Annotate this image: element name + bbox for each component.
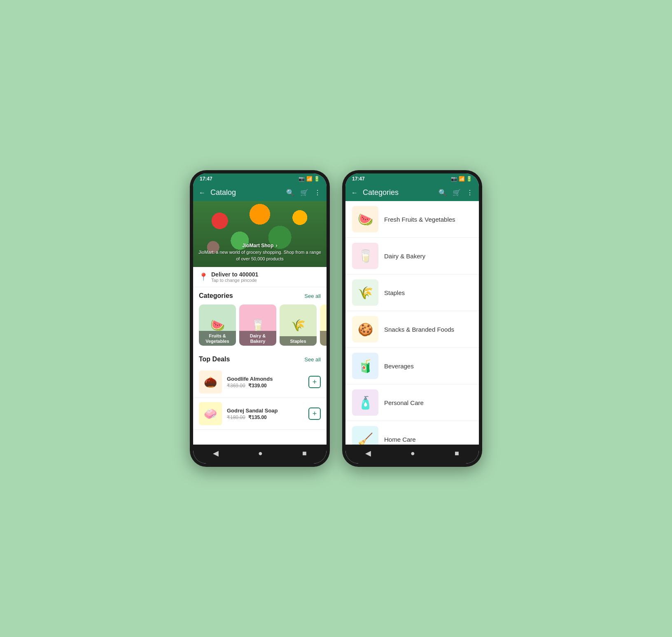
cat-name-hc: Home Care [384,436,416,443]
delivery-row[interactable]: 📍 Deliver to 400001 Tap to change pincod… [193,267,327,287]
cat-card-sn[interactable]: 🍪 Sna...Bra... [320,304,327,346]
cat-name-pc: Personal Care [384,399,424,406]
deal-soap-prices: ₹180.00 ₹135.00 [227,415,303,420]
cat-card-st[interactable]: 🌾 Staples [280,304,317,346]
cat-name-db: Dairy & Bakery [384,253,425,260]
top-deals-title: Top Deals [199,356,230,363]
categories-time: 17:47 [352,176,365,182]
cat-card-st-label: Staples [280,336,317,346]
categories-action-icons: 🔍 🛒 ⋮ [439,189,473,197]
categories-status-bar: 17:47 📷 📶 🔋 [345,173,479,184]
delivery-tap-text: Tap to change pincode [211,278,258,283]
cat-thumb-fv: 🍉 [352,206,378,232]
catalog-time: 17:47 [200,176,212,182]
cat-item-pc[interactable]: 🧴 Personal Care [345,384,479,421]
shop-description: JioMart: a new world of grocery shopping… [198,249,322,262]
categories-see-all[interactable]: See all [304,293,321,299]
cat-item-bv[interactable]: 🧃 Beverages [345,348,479,384]
cat-item-db[interactable]: 🥛 Dairy & Bakery [345,238,479,274]
top-deals-see-all[interactable]: See all [304,356,321,363]
catalog-nav-back[interactable]: ◀ [213,449,219,458]
deal-almonds-prices: ₹369.00 ₹339.00 [227,383,303,389]
categories-scroll: 🍉 Fruits &Vegetables 🥛 Dairy &Bakery 🌾 S… [193,303,327,351]
catalog-back-button[interactable]: ← [199,189,205,197]
cat-thumb-db: 🥛 [352,243,378,269]
catalog-screen: 17:47 📷 📶 🔋 ← Catalog 🔍 🛒 ⋮ JioMart Shop… [193,173,327,464]
phone-categories: 17:47 📷 📶 🔋 ← Categories 🔍 🛒 ⋮ 🍉 Fresh F… [342,170,482,467]
deal-almonds-info: Goodlife Almonds ₹369.00 ₹339.00 [227,376,303,389]
categories-list: 🍉 Fresh Fruits & Vegetables 🥛 Dairy & Ba… [345,201,479,445]
categories-status-icons: 📷 📶 🔋 [451,176,472,182]
cat-card-fv[interactable]: 🍉 Fruits &Vegetables [199,304,236,346]
shop-name: JioMart Shop › [198,240,322,249]
categories-search-icon[interactable]: 🔍 [439,189,447,197]
deal-soap-add-button[interactable]: + [308,407,321,420]
deal-almonds-add-button[interactable]: + [308,376,321,388]
catalog-title: Catalog [210,188,281,197]
cat-name-st: Staples [384,289,405,296]
cat-thumb-sn: 🍪 [352,316,378,342]
cat-thumb-hc: 🧹 [352,426,378,445]
categories-section-title: Categories [199,292,233,300]
phone-catalog: 17:47 📷 📶 🔋 ← Catalog 🔍 🛒 ⋮ JioMart Shop… [190,170,330,467]
cat-item-hc[interactable]: 🧹 Home Care [345,421,479,445]
deal-almonds-name: Goodlife Almonds [227,376,303,382]
deal-almonds-new-price: ₹339.00 [248,383,267,389]
deal-soap-name: Godrej Sandal Soap [227,407,303,414]
categories-nav-back[interactable]: ◀ [365,449,371,458]
cat-item-fv[interactable]: 🍉 Fresh Fruits & Vegetables [345,201,479,238]
catalog-nav-bar: ◀ ● ■ [193,445,327,464]
deal-almonds: 🌰 Goodlife Almonds ₹369.00 ₹339.00 + [193,366,327,398]
hero-text-block: JioMart Shop › JioMart: a new world of g… [198,240,322,262]
categories-back-button[interactable]: ← [351,189,358,197]
deal-soap-info: Godrej Sandal Soap ₹180.00 ₹135.00 [227,407,303,420]
categories-title: Categories [363,188,434,197]
catalog-status-bar: 17:47 📷 📶 🔋 [193,173,327,184]
catalog-cart-icon[interactable]: 🛒 [300,189,308,197]
cat-thumb-pc: 🧴 [352,389,378,416]
deal-soap: 🧼 Godrej Sandal Soap ₹180.00 ₹135.00 + [193,398,327,430]
cat-card-db[interactable]: 🥛 Dairy &Bakery [239,304,276,346]
pin-icon: 📍 [199,272,208,281]
catalog-action-icons: 🔍 🛒 ⋮ [286,189,321,197]
deal-soap-old-price: ₹180.00 [227,415,245,420]
categories-cart-icon[interactable]: 🛒 [453,189,461,197]
cat-name-bv: Beverages [384,363,414,370]
top-deals-section: Top Deals See all 🌰 Goodlife Almonds ₹36… [193,351,327,433]
cat-name-sn: Snacks & Branded Foods [384,326,454,333]
cat-item-st[interactable]: 🌾 Staples [345,274,479,311]
catalog-content: JioMart Shop › JioMart: a new world of g… [193,201,327,445]
categories-app-bar: ← Categories 🔍 🛒 ⋮ [345,184,479,201]
deal-almonds-old-price: ₹369.00 [227,383,245,389]
catalog-nav-square[interactable]: ■ [302,449,307,458]
categories-nav-bar: ◀ ● ■ [345,445,479,464]
cat-name-fv: Fresh Fruits & Vegetables [384,216,455,223]
categories-screen: 17:47 📷 📶 🔋 ← Categories 🔍 🛒 ⋮ 🍉 Fresh F… [345,173,479,464]
delivery-info: Deliver to 400001 Tap to change pincode [211,271,258,283]
catalog-search-icon[interactable]: 🔍 [286,189,294,197]
catalog-more-icon[interactable]: ⋮ [314,189,321,197]
hero-banner: JioMart Shop › JioMart: a new world of g… [193,201,327,267]
deal-soap-image: 🧼 [199,402,222,425]
deal-almonds-image: 🌰 [199,370,222,393]
catalog-status-icons: 📷 📶 🔋 [299,176,320,182]
cat-card-fv-label: Fruits &Vegetables [199,331,236,346]
catalog-app-bar: ← Catalog 🔍 🛒 ⋮ [193,184,327,201]
delivery-pincode: Deliver to 400001 [211,271,258,278]
cat-item-sn[interactable]: 🍪 Snacks & Branded Foods [345,311,479,348]
cat-thumb-st: 🌾 [352,279,378,306]
cat-card-sn-label: Sna...Bra... [320,331,327,346]
categories-nav-home[interactable]: ● [411,449,415,458]
categories-nav-square[interactable]: ■ [455,449,459,458]
cat-thumb-bv: 🧃 [352,353,378,379]
cat-card-db-label: Dairy &Bakery [239,331,276,346]
catalog-nav-home[interactable]: ● [258,449,263,458]
top-deals-header: Top Deals See all [193,351,327,366]
deal-soap-new-price: ₹135.00 [248,415,267,420]
categories-section-header: Categories See all [193,287,327,303]
categories-more-icon[interactable]: ⋮ [467,189,473,197]
